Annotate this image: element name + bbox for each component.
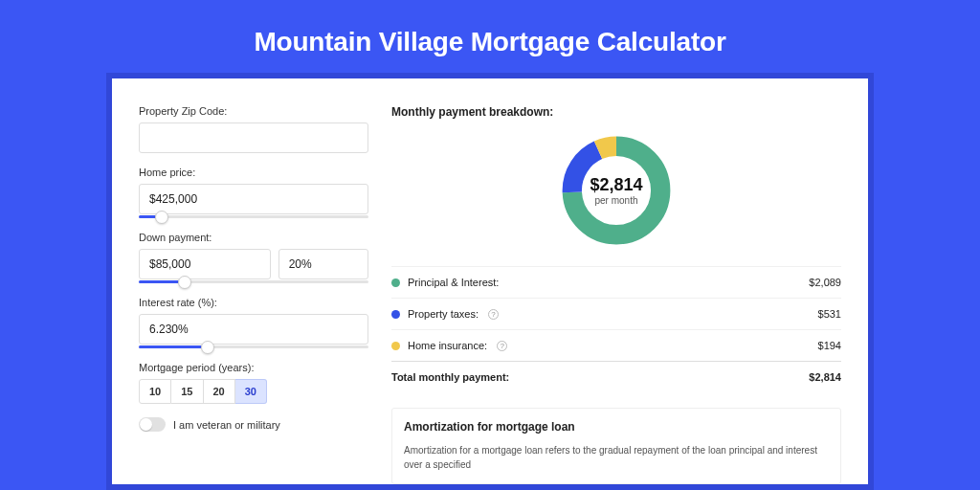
legend-value: $194 [818, 340, 841, 351]
field-interest-rate: Interest rate (%): [139, 297, 368, 348]
zip-input[interactable] [139, 122, 368, 153]
info-icon[interactable]: ? [488, 309, 499, 320]
legend-row-taxes: Property taxes: ? $531 [391, 298, 841, 329]
legend-label: Principal & Interest: [408, 277, 499, 288]
mortgage-period-buttons: 10 15 20 30 [139, 379, 368, 404]
veteran-label: I am veteran or military [173, 419, 280, 431]
field-home-price: Home price: [139, 167, 368, 218]
field-mortgage-period: Mortgage period (years): 10 15 20 30 [139, 362, 368, 404]
home-price-slider[interactable] [139, 215, 368, 218]
field-zip: Property Zip Code: [139, 105, 368, 153]
donut-center-amount: $2,814 [590, 175, 642, 195]
mortgage-period-label: Mortgage period (years): [139, 362, 368, 373]
legend-row-total: Total monthly payment: $2,814 [391, 361, 841, 392]
legend-label: Total monthly payment: [391, 371, 509, 383]
inputs-panel: Property Zip Code: Home price: Down paym… [139, 105, 368, 484]
slider-thumb[interactable] [178, 276, 191, 289]
period-btn-20[interactable]: 20 [204, 379, 235, 404]
legend-value: $2,089 [809, 277, 841, 288]
down-payment-label: Down payment: [139, 232, 368, 243]
down-payment-pct-input[interactable] [278, 249, 368, 279]
period-btn-30[interactable]: 30 [235, 379, 267, 404]
page-title: Mountain Village Mortgage Calculator [0, 0, 980, 78]
zip-label: Property Zip Code: [139, 105, 368, 117]
interest-rate-input[interactable] [139, 314, 368, 345]
period-btn-15[interactable]: 15 [171, 379, 203, 404]
down-payment-slider[interactable] [139, 280, 368, 283]
home-price-label: Home price: [139, 167, 368, 178]
amortization-title: Amortization for mortgage loan [404, 420, 829, 434]
field-down-payment: Down payment: [139, 232, 368, 283]
legend-dot-icon [391, 342, 400, 350]
calculator-card: Property Zip Code: Home price: Down paym… [112, 78, 868, 484]
interest-rate-slider[interactable] [139, 345, 368, 348]
amortization-text: Amortization for a mortgage loan refers … [404, 443, 829, 472]
breakdown-panel: Monthly payment breakdown: $2,814 per mo… [391, 105, 841, 484]
toggle-knob [140, 418, 152, 431]
payment-donut-chart: $2,814 per month [558, 132, 675, 249]
amortization-section: Amortization for mortgage loan Amortizat… [391, 408, 841, 484]
legend-dot-icon [391, 278, 400, 287]
legend-value: $531 [818, 308, 841, 320]
legend-row-insurance: Home insurance: ? $194 [391, 329, 841, 361]
veteran-toggle[interactable] [139, 417, 166, 432]
slider-thumb[interactable] [201, 341, 214, 354]
period-btn-10[interactable]: 10 [139, 379, 171, 404]
slider-thumb[interactable] [155, 211, 168, 224]
legend-dot-icon [391, 310, 400, 319]
down-payment-amount-input[interactable] [139, 249, 271, 279]
legend-label: Property taxes: [408, 308, 479, 320]
breakdown-title: Monthly payment breakdown: [391, 105, 841, 119]
veteran-toggle-row: I am veteran or military [139, 417, 368, 432]
interest-rate-label: Interest rate (%): [139, 297, 368, 308]
legend-value: $2,814 [809, 371, 841, 383]
legend-row-principal: Principal & Interest: $2,089 [391, 266, 841, 298]
info-icon[interactable]: ? [497, 341, 507, 351]
home-price-input[interactable] [139, 184, 368, 214]
legend-label: Home insurance: [408, 340, 487, 351]
donut-center-sub: per month [594, 195, 637, 206]
